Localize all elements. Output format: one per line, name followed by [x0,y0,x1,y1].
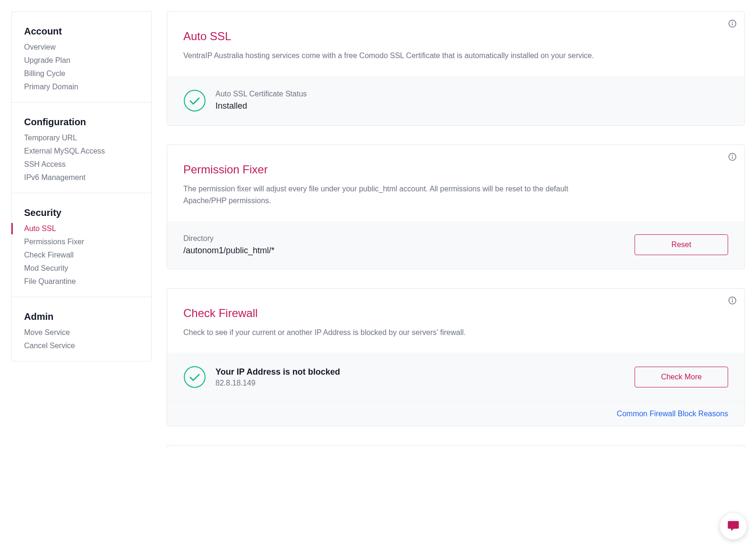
sidebar-item-billing-cycle[interactable]: Billing Cycle [24,67,139,80]
sidebar-item-ipv6-management[interactable]: IPv6 Management [24,171,139,184]
field-label: Directory [183,234,635,243]
sidebar-item-overview[interactable]: Overview [24,41,139,54]
svg-point-10 [184,367,205,387]
card-description: Check to see if your current or another … [183,326,594,339]
sidebar-section-admin: Admin Move Service Cancel Service [12,297,151,361]
sidebar-section-configuration: Configuration Temporary URL External MyS… [12,103,151,193]
info-icon[interactable] [728,19,737,28]
card-title: Check Firewall [183,307,728,320]
sidebar-heading: Admin [24,305,139,326]
card-title: Permission Fixer [183,163,728,176]
sidebar-item-check-firewall[interactable]: Check Firewall [24,249,139,262]
firewall-ip: 82.8.18.149 [215,379,635,387]
main-content: Auto SSL VentraIP Australia hosting serv… [167,11,745,448]
sidebar-item-external-mysql[interactable]: External MySQL Access [24,145,139,158]
sidebar-heading: Security [24,201,139,222]
card-description: VentraIP Australia hosting services come… [183,50,594,62]
info-icon[interactable] [728,153,737,161]
sidebar-item-mod-security[interactable]: Mod Security [24,262,139,275]
svg-point-2 [732,22,733,22]
status-value: Installed [215,101,728,111]
sidebar-item-cancel-service[interactable]: Cancel Service [24,339,139,352]
svg-point-6 [732,155,733,155]
card-permission-fixer: Permission Fixer The permission fixer wi… [167,145,745,269]
card-description: The permission fixer will adjust every f… [183,183,594,207]
sidebar-item-upgrade-plan[interactable]: Upgrade Plan [24,54,139,67]
card-check-firewall: Check Firewall Check to see if your curr… [167,288,745,427]
sidebar-item-auto-ssl[interactable]: Auto SSL [24,222,139,235]
sidebar-item-permissions-fixer[interactable]: Permissions Fixer [24,235,139,249]
svg-point-3 [184,90,205,111]
sidebar-item-primary-domain[interactable]: Primary Domain [24,80,139,94]
sidebar-item-file-quarantine[interactable]: File Quarantine [24,275,139,288]
check-circle-icon [183,89,206,112]
firewall-status: Your IP Address is not blocked [215,367,635,377]
svg-point-9 [732,299,733,299]
info-icon[interactable] [728,296,737,305]
check-circle-icon [183,366,206,388]
reset-button[interactable]: Reset [635,234,728,255]
card-auto-ssl: Auto SSL VentraIP Australia hosting serv… [167,11,745,126]
common-block-reasons-link[interactable]: Common Firewall Block Reasons [617,410,728,418]
sidebar-section-account: Account Overview Upgrade Plan Billing Cy… [12,12,151,103]
sidebar: Account Overview Upgrade Plan Billing Cy… [11,11,152,361]
sidebar-item-temporary-url[interactable]: Temporary URL [24,131,139,145]
sidebar-heading: Configuration [24,110,139,131]
field-value: /autonom1/public_html/* [183,246,635,256]
sidebar-item-ssh-access[interactable]: SSH Access [24,158,139,171]
card-stub [167,445,745,448]
sidebar-item-move-service[interactable]: Move Service [24,326,139,339]
status-label: Auto SSL Certificate Status [215,90,728,98]
card-title: Auto SSL [183,30,728,43]
sidebar-section-security: Security Auto SSL Permissions Fixer Chec… [12,193,151,297]
check-more-button[interactable]: Check More [635,367,728,387]
sidebar-heading: Account [24,19,139,41]
